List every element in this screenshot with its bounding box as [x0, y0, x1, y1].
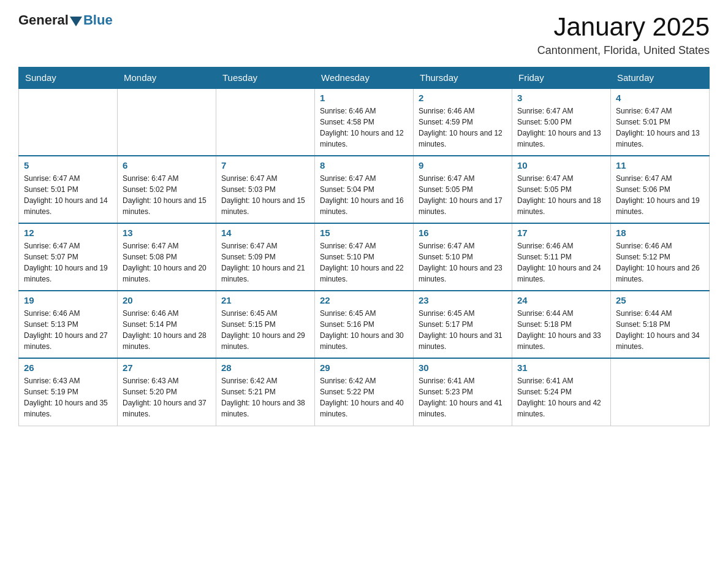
- day-info: Sunrise: 6:47 AM Sunset: 5:06 PM Dayligh…: [616, 173, 704, 217]
- day-info: Sunrise: 6:47 AM Sunset: 5:01 PM Dayligh…: [24, 173, 112, 217]
- calendar-cell: 30Sunrise: 6:41 AM Sunset: 5:23 PM Dayli…: [414, 358, 512, 426]
- calendar-cell: 11Sunrise: 6:47 AM Sunset: 5:06 PM Dayli…: [611, 156, 710, 223]
- day-number: 9: [419, 160, 507, 170]
- day-info: Sunrise: 6:46 AM Sunset: 5:14 PM Dayligh…: [123, 308, 211, 352]
- calendar-cell: 15Sunrise: 6:47 AM Sunset: 5:10 PM Dayli…: [315, 223, 414, 291]
- day-number: 13: [123, 228, 211, 238]
- day-number: 21: [221, 295, 309, 305]
- weekday-header-row: SundayMondayTuesdayWednesdayThursdayFrid…: [19, 67, 710, 89]
- calendar-cell: 4Sunrise: 6:47 AM Sunset: 5:01 PM Daylig…: [611, 88, 710, 156]
- day-number: 8: [320, 160, 408, 170]
- calendar-cell: 1Sunrise: 6:46 AM Sunset: 4:58 PM Daylig…: [315, 88, 414, 156]
- location-subtitle: Cantonment, Florida, United States: [537, 44, 710, 57]
- day-number: 2: [419, 93, 507, 103]
- calendar-cell: 8Sunrise: 6:47 AM Sunset: 5:04 PM Daylig…: [315, 156, 414, 223]
- calendar-cell: 12Sunrise: 6:47 AM Sunset: 5:07 PM Dayli…: [19, 223, 118, 291]
- weekday-header-saturday: Saturday: [611, 67, 710, 89]
- calendar-cell: 21Sunrise: 6:45 AM Sunset: 5:15 PM Dayli…: [216, 291, 315, 358]
- day-number: 4: [616, 93, 704, 103]
- calendar-cell: 13Sunrise: 6:47 AM Sunset: 5:08 PM Dayli…: [118, 223, 216, 291]
- calendar-cell: 18Sunrise: 6:46 AM Sunset: 5:12 PM Dayli…: [611, 223, 710, 291]
- day-info: Sunrise: 6:42 AM Sunset: 5:22 PM Dayligh…: [320, 375, 408, 419]
- calendar-cell: 14Sunrise: 6:47 AM Sunset: 5:09 PM Dayli…: [216, 223, 315, 291]
- day-info: Sunrise: 6:47 AM Sunset: 5:10 PM Dayligh…: [419, 240, 507, 285]
- day-info: Sunrise: 6:46 AM Sunset: 5:12 PM Dayligh…: [616, 240, 704, 285]
- day-info: Sunrise: 6:47 AM Sunset: 5:03 PM Dayligh…: [221, 173, 309, 217]
- month-title: January 2025: [537, 12, 710, 42]
- logo-blue-text: Blue: [83, 12, 113, 28]
- day-number: 29: [320, 362, 408, 373]
- day-number: 11: [616, 160, 704, 170]
- day-info: Sunrise: 6:46 AM Sunset: 5:11 PM Dayligh…: [517, 240, 605, 285]
- day-number: 30: [419, 362, 507, 373]
- day-number: 1: [320, 93, 408, 103]
- calendar-cell: 24Sunrise: 6:44 AM Sunset: 5:18 PM Dayli…: [512, 291, 611, 358]
- day-number: 16: [419, 228, 507, 238]
- calendar-cell: [19, 88, 118, 156]
- day-info: Sunrise: 6:44 AM Sunset: 5:18 PM Dayligh…: [517, 308, 605, 352]
- day-number: 26: [24, 362, 112, 373]
- calendar-cell: 23Sunrise: 6:45 AM Sunset: 5:17 PM Dayli…: [414, 291, 512, 358]
- day-info: Sunrise: 6:46 AM Sunset: 4:58 PM Dayligh…: [320, 105, 408, 150]
- calendar-cell: 25Sunrise: 6:44 AM Sunset: 5:18 PM Dayli…: [611, 291, 710, 358]
- calendar-cell: [611, 358, 710, 426]
- logo: General Blue: [18, 12, 113, 28]
- page-header: General Blue January 2025 Cantonment, Fl…: [18, 12, 710, 57]
- day-number: 6: [123, 160, 211, 170]
- day-number: 25: [616, 295, 704, 305]
- day-info: Sunrise: 6:45 AM Sunset: 5:16 PM Dayligh…: [320, 308, 408, 352]
- weekday-header-thursday: Thursday: [414, 67, 512, 89]
- day-info: Sunrise: 6:44 AM Sunset: 5:18 PM Dayligh…: [616, 308, 704, 352]
- day-number: 10: [517, 160, 605, 170]
- weekday-header-wednesday: Wednesday: [315, 67, 414, 89]
- day-number: 5: [24, 160, 112, 170]
- day-info: Sunrise: 6:47 AM Sunset: 5:09 PM Dayligh…: [221, 240, 309, 285]
- calendar-cell: 29Sunrise: 6:42 AM Sunset: 5:22 PM Dayli…: [315, 358, 414, 426]
- day-info: Sunrise: 6:47 AM Sunset: 5:02 PM Dayligh…: [123, 173, 211, 217]
- day-info: Sunrise: 6:47 AM Sunset: 5:08 PM Dayligh…: [123, 240, 211, 285]
- day-info: Sunrise: 6:42 AM Sunset: 5:21 PM Dayligh…: [221, 375, 309, 419]
- day-number: 22: [320, 295, 408, 305]
- day-info: Sunrise: 6:45 AM Sunset: 5:17 PM Dayligh…: [419, 308, 507, 352]
- weekday-header-friday: Friday: [512, 67, 611, 89]
- week-row-2: 5Sunrise: 6:47 AM Sunset: 5:01 PM Daylig…: [19, 156, 710, 223]
- calendar-cell: 20Sunrise: 6:46 AM Sunset: 5:14 PM Dayli…: [118, 291, 216, 358]
- calendar-cell: 7Sunrise: 6:47 AM Sunset: 5:03 PM Daylig…: [216, 156, 315, 223]
- calendar-cell: [216, 88, 315, 156]
- day-number: 31: [517, 362, 605, 373]
- week-row-5: 26Sunrise: 6:43 AM Sunset: 5:19 PM Dayli…: [19, 358, 710, 426]
- logo-triangle-icon: [70, 17, 82, 26]
- day-number: 19: [24, 295, 112, 305]
- weekday-header-monday: Monday: [118, 67, 216, 89]
- day-info: Sunrise: 6:47 AM Sunset: 5:01 PM Dayligh…: [616, 105, 704, 150]
- calendar-cell: 19Sunrise: 6:46 AM Sunset: 5:13 PM Dayli…: [19, 291, 118, 358]
- day-number: 24: [517, 295, 605, 305]
- day-info: Sunrise: 6:47 AM Sunset: 5:05 PM Dayligh…: [419, 173, 507, 217]
- day-info: Sunrise: 6:47 AM Sunset: 5:04 PM Dayligh…: [320, 173, 408, 217]
- day-number: 12: [24, 228, 112, 238]
- title-section: January 2025 Cantonment, Florida, United…: [537, 12, 710, 57]
- calendar-cell: 2Sunrise: 6:46 AM Sunset: 4:59 PM Daylig…: [414, 88, 512, 156]
- day-number: 18: [616, 228, 704, 238]
- day-info: Sunrise: 6:41 AM Sunset: 5:24 PM Dayligh…: [517, 375, 605, 419]
- day-info: Sunrise: 6:45 AM Sunset: 5:15 PM Dayligh…: [221, 308, 309, 352]
- day-number: 7: [221, 160, 309, 170]
- day-info: Sunrise: 6:47 AM Sunset: 5:10 PM Dayligh…: [320, 240, 408, 285]
- calendar-cell: 16Sunrise: 6:47 AM Sunset: 5:10 PM Dayli…: [414, 223, 512, 291]
- calendar-cell: 17Sunrise: 6:46 AM Sunset: 5:11 PM Dayli…: [512, 223, 611, 291]
- day-info: Sunrise: 6:47 AM Sunset: 5:00 PM Dayligh…: [517, 105, 605, 150]
- calendar-cell: 31Sunrise: 6:41 AM Sunset: 5:24 PM Dayli…: [512, 358, 611, 426]
- weekday-header-tuesday: Tuesday: [216, 67, 315, 89]
- calendar-cell: 27Sunrise: 6:43 AM Sunset: 5:20 PM Dayli…: [118, 358, 216, 426]
- logo-general-text: General: [18, 12, 69, 28]
- week-row-3: 12Sunrise: 6:47 AM Sunset: 5:07 PM Dayli…: [19, 223, 710, 291]
- calendar-cell: 28Sunrise: 6:42 AM Sunset: 5:21 PM Dayli…: [216, 358, 315, 426]
- day-info: Sunrise: 6:46 AM Sunset: 4:59 PM Dayligh…: [419, 105, 507, 150]
- weekday-header-sunday: Sunday: [19, 67, 118, 89]
- week-row-4: 19Sunrise: 6:46 AM Sunset: 5:13 PM Dayli…: [19, 291, 710, 358]
- week-row-1: 1Sunrise: 6:46 AM Sunset: 4:58 PM Daylig…: [19, 88, 710, 156]
- calendar-table: SundayMondayTuesdayWednesdayThursdayFrid…: [18, 67, 710, 426]
- calendar-cell: 9Sunrise: 6:47 AM Sunset: 5:05 PM Daylig…: [414, 156, 512, 223]
- day-info: Sunrise: 6:47 AM Sunset: 5:05 PM Dayligh…: [517, 173, 605, 217]
- calendar-cell: 5Sunrise: 6:47 AM Sunset: 5:01 PM Daylig…: [19, 156, 118, 223]
